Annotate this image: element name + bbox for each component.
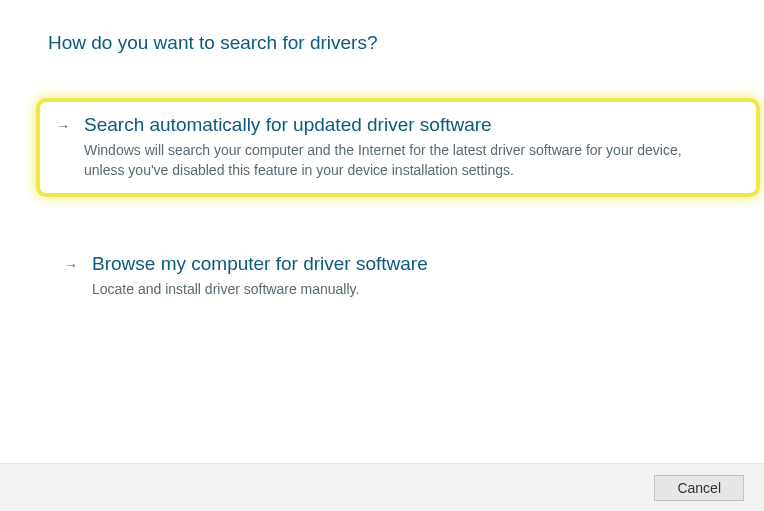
option-title: Browse my computer for driver software [92,253,700,275]
option-description: Windows will search your computer and th… [84,140,716,181]
arrow-right-icon: → [64,257,82,273]
option-text-block: Search automatically for updated driver … [84,114,716,181]
dialog-content: How do you want to search for drivers? →… [0,0,764,311]
dialog-heading: How do you want to search for drivers? [48,32,716,54]
option-search-automatically[interactable]: → Search automatically for updated drive… [40,102,756,193]
dialog-footer: Cancel [0,463,764,511]
option-title: Search automatically for updated driver … [84,114,716,136]
option-description: Locate and install driver software manua… [92,279,700,299]
option-text-block: Browse my computer for driver software L… [92,253,700,299]
cancel-button[interactable]: Cancel [654,475,744,501]
option-browse-computer[interactable]: → Browse my computer for driver software… [48,241,716,311]
arrow-right-icon: → [56,118,74,134]
